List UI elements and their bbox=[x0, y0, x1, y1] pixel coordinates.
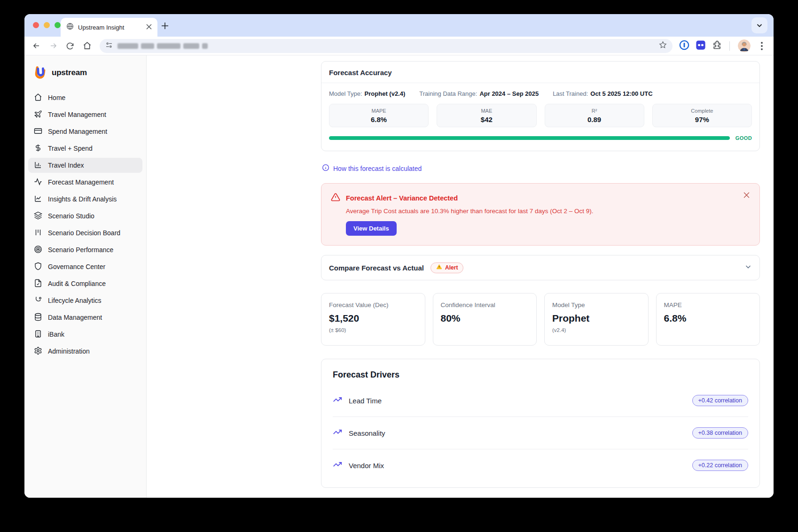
url-blurred-text bbox=[117, 43, 208, 49]
sidebar-item-ibank[interactable]: iBank bbox=[28, 327, 142, 342]
line-chart-icon bbox=[34, 194, 42, 204]
browser-menu-kebab-icon[interactable] bbox=[757, 39, 767, 53]
accuracy-metric-tiles: MAPE6.8% MAE$42 R²0.89 Complete97% bbox=[329, 104, 752, 127]
sidebar-item-label: Home bbox=[48, 94, 65, 101]
bar-chart-icon bbox=[34, 161, 42, 170]
card-extension-icon[interactable] bbox=[696, 40, 706, 52]
reload-button[interactable] bbox=[63, 39, 77, 53]
bookmark-star-icon[interactable] bbox=[659, 41, 667, 51]
sidebar-item-label: iBank bbox=[48, 331, 64, 338]
target-icon bbox=[34, 245, 42, 255]
sidebar-item-label: Forecast Management bbox=[48, 178, 114, 186]
minimize-window-button[interactable] bbox=[44, 22, 50, 28]
sidebar-item-label: Lifecycle Analytics bbox=[48, 297, 102, 304]
correlation-badge: +0.38 correlation bbox=[692, 427, 748, 439]
dollar-icon bbox=[34, 144, 42, 154]
close-window-button[interactable] bbox=[33, 22, 39, 28]
forecast-accuracy-title: Forecast Accuracy bbox=[321, 62, 759, 83]
metric-value: 6.8% bbox=[371, 116, 387, 123]
sidebar-item-scenario-performance[interactable]: Scenario Performance bbox=[28, 242, 142, 257]
metric-tile-mape: MAPE6.8% bbox=[329, 104, 429, 127]
stat-card-model-type: Model Type Prophet (v2.4) bbox=[544, 293, 649, 346]
sidebar-item-data-management[interactable]: Data Management bbox=[28, 310, 142, 325]
tab-title: Upstream Insight bbox=[78, 24, 142, 31]
password-manager-extension-icon[interactable] bbox=[679, 40, 689, 52]
file-check-icon bbox=[34, 279, 42, 289]
how-forecast-link-label: How this forecast is calculated bbox=[333, 165, 422, 172]
address-bar[interactable] bbox=[100, 39, 673, 53]
globe-favicon-icon bbox=[66, 23, 74, 32]
sidebar-item-travel-index[interactable]: Travel Index bbox=[28, 158, 142, 173]
driver-label: Vendor Mix bbox=[349, 462, 384, 470]
brand: upstream bbox=[33, 65, 139, 81]
browser-toolbar bbox=[24, 37, 774, 55]
sidebar-item-label: Data Management bbox=[48, 314, 102, 321]
layers-icon bbox=[34, 211, 42, 221]
browser-tab[interactable]: Upstream Insight bbox=[61, 18, 157, 37]
compare-section-title: Compare Forecast vs Actual bbox=[329, 264, 424, 272]
database-icon bbox=[34, 313, 42, 323]
meta-value: Apr 2024 – Sep 2025 bbox=[479, 90, 539, 97]
profile-avatar[interactable] bbox=[738, 39, 751, 52]
meta-value: Prophet (v2.4) bbox=[365, 90, 406, 97]
sidebar-item-forecast-management[interactable]: Forecast Management bbox=[28, 175, 142, 190]
trending-up-icon bbox=[333, 427, 342, 439]
how-forecast-link[interactable]: How this forecast is calculated bbox=[322, 164, 760, 173]
sidebar-item-administration[interactable]: Administration bbox=[28, 344, 142, 359]
stat-sub: (v2.4) bbox=[552, 327, 641, 333]
meta-label: Last Trained: bbox=[553, 90, 588, 97]
sidebar-item-governance-center[interactable]: Governance Center bbox=[28, 259, 142, 274]
dismiss-alert-icon[interactable] bbox=[741, 190, 751, 200]
stat-sub bbox=[664, 327, 752, 333]
sidebar-item-scenario-studio[interactable]: Scenario Studio bbox=[28, 208, 142, 224]
sidebar-item-label: Scenario Studio bbox=[48, 212, 94, 220]
sidebar-item-scenario-decision-board[interactable]: Scenario Decision Board bbox=[28, 225, 142, 240]
stat-card-forecast-value: Forecast Value (Dec) $1,520 (± $60) bbox=[321, 293, 425, 346]
stat-label: Forecast Value (Dec) bbox=[329, 301, 417, 308]
sidebar-item-label: Travel Management bbox=[48, 111, 106, 118]
metric-label: MAE bbox=[481, 108, 492, 114]
metric-label: MAPE bbox=[372, 108, 386, 114]
sidebar-item-label: Scenario Performance bbox=[48, 246, 113, 254]
extensions-puzzle-icon[interactable] bbox=[712, 40, 721, 52]
sidebar-item-travel-management[interactable]: Travel Management bbox=[28, 107, 142, 122]
tab-search-button[interactable] bbox=[751, 17, 767, 33]
home-button[interactable] bbox=[80, 39, 94, 53]
stat-label: MAPE bbox=[664, 301, 752, 308]
maximize-window-button[interactable] bbox=[55, 22, 61, 28]
compare-forecast-section[interactable]: Compare Forecast vs Actual Alert bbox=[321, 255, 760, 280]
sidebar-item-spend-management[interactable]: Spend Management bbox=[28, 124, 142, 139]
metric-value: $42 bbox=[481, 116, 493, 123]
back-button[interactable] bbox=[29, 39, 43, 53]
sidebar-item-insights-drift[interactable]: Insights & Drift Analysis bbox=[28, 192, 142, 207]
stat-value: $1,520 bbox=[329, 313, 417, 324]
sidebar-item-label: Governance Center bbox=[48, 263, 105, 270]
close-tab-icon[interactable] bbox=[146, 23, 152, 31]
credit-card-icon bbox=[34, 127, 42, 137]
meta-label: Model Type: bbox=[329, 90, 362, 97]
kanban-icon bbox=[34, 228, 42, 238]
stat-value: 6.8% bbox=[664, 313, 752, 324]
alert-message: Average Trip Cost actuals are 10.3% high… bbox=[346, 208, 750, 215]
metric-label: R² bbox=[592, 108, 597, 114]
sidebar-item-travel-spend[interactable]: Travel + Spend bbox=[28, 141, 142, 156]
stat-card-mape: MAPE 6.8% bbox=[656, 293, 760, 346]
upstream-logo-icon bbox=[33, 65, 47, 81]
new-tab-button[interactable] bbox=[158, 19, 172, 33]
alert-badge: Alert bbox=[430, 262, 463, 273]
sidebar-item-lifecycle-analytics[interactable]: Lifecycle Analytics bbox=[28, 293, 142, 308]
sidebar: upstream Home Travel Management Spend Ma… bbox=[24, 55, 147, 498]
site-settings-icon[interactable] bbox=[105, 41, 113, 51]
forward-button[interactable] bbox=[46, 39, 60, 53]
sidebar-item-audit-compliance[interactable]: Audit & Compliance bbox=[28, 276, 142, 291]
sidebar-item-home[interactable]: Home bbox=[28, 90, 142, 105]
stat-label: Model Type bbox=[552, 301, 641, 308]
stat-label: Confidence Interval bbox=[441, 301, 529, 308]
chevron-down-icon[interactable] bbox=[744, 263, 752, 272]
view-details-button[interactable]: View Details bbox=[346, 221, 397, 236]
sidebar-item-label: Travel Index bbox=[48, 162, 84, 169]
main-area: Forecast Accuracy Model Type:Prophet (v2… bbox=[147, 55, 774, 498]
sidebar-item-label: Scenario Decision Board bbox=[48, 229, 120, 237]
shield-icon bbox=[34, 262, 42, 272]
accuracy-status-bar: GOOD bbox=[329, 135, 752, 151]
